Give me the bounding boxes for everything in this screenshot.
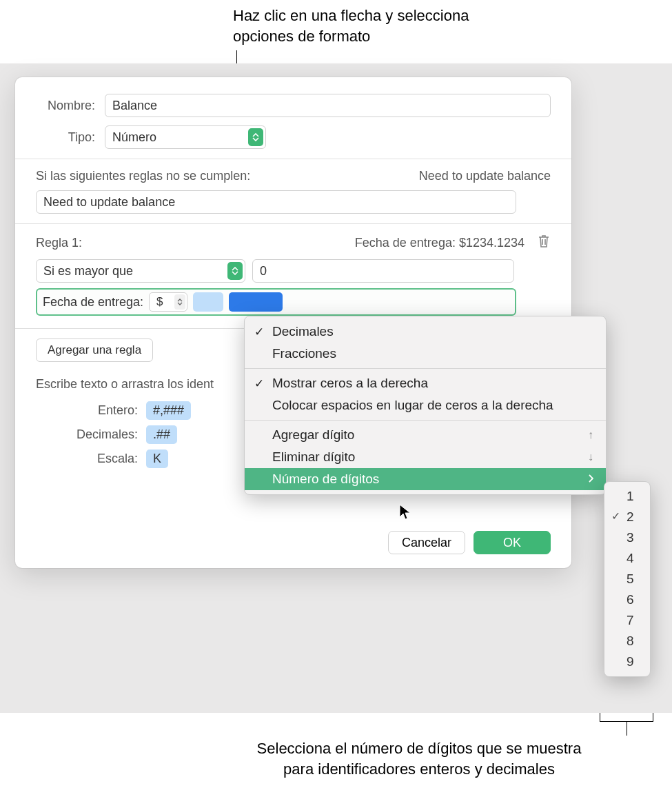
annotation-bottom: Selecciona el número de dígitos que se m… [198, 738, 640, 779]
annotation-top-line1: Haz clic en una flecha y selecciona [233, 6, 469, 26]
menu-item-agregar-digito[interactable]: Agregar dígito ↑ [245, 424, 606, 446]
format-options-menu: ✓ Decimales Fracciones ✓ Mostrar ceros a… [244, 316, 607, 495]
menu-label: Colocar espacios en lugar de ceros a la … [272, 398, 553, 413]
escala-label: Escala: [63, 452, 146, 466]
check-icon: ✓ [254, 376, 264, 391]
submenu-label: 6 [627, 592, 634, 607]
menu-label: Fracciones [272, 346, 336, 361]
submenu-label: 5 [627, 572, 634, 586]
chevron-right-icon [588, 473, 593, 485]
format-row[interactable]: Fecha de entrega: $ [36, 288, 516, 316]
name-input[interactable] [105, 94, 551, 117]
annotation-top: Haz clic en una flecha y selecciona opci… [233, 6, 469, 46]
select-arrows-icon [248, 128, 263, 146]
cursor-icon [398, 503, 412, 524]
menu-item-colocar-espacios[interactable]: Colocar espacios en lugar de ceros a la … [245, 394, 606, 416]
cancel-button[interactable]: Cancelar [388, 531, 465, 554]
menu-separator [245, 420, 606, 421]
entero-token[interactable]: #,### [146, 401, 191, 420]
submenu-label: 7 [627, 613, 634, 627]
decimales-token[interactable]: .## [146, 425, 177, 444]
type-label: Tipo: [36, 130, 105, 145]
submenu-label: 1 [627, 489, 634, 503]
submenu-label: 2 [627, 509, 634, 524]
decimal-token[interactable] [229, 292, 283, 312]
type-select[interactable]: Número [105, 125, 266, 149]
digits-submenu: 1✓23456789 [604, 481, 651, 677]
annotation-bottom-line2: para identificadores enteros y decimales [198, 759, 640, 780]
divider [15, 159, 571, 159]
rules-intro-label: Si las siguientes reglas no se cumplen: [36, 169, 250, 183]
rule1-preview: Fecha de entrega: $1234.1234 [355, 236, 525, 250]
menu-label: Número de dígitos [272, 472, 379, 487]
add-rule-button[interactable]: Agregar una regla [36, 339, 153, 362]
submenu-label: 3 [627, 530, 634, 545]
name-label: Nombre: [36, 99, 105, 113]
submenu-label: 4 [627, 551, 634, 565]
decimales-label: Decimales: [63, 427, 146, 442]
annotation-top-line2: opciones de formato [233, 26, 469, 47]
menu-item-eliminar-digito[interactable]: Eliminar dígito ↓ [245, 446, 606, 468]
check-icon: ✓ [611, 509, 620, 523]
currency-select[interactable]: $ [149, 292, 187, 312]
escala-token[interactable]: K [146, 449, 168, 468]
annotation-bottom-line1: Selecciona el número de dígitos que se m… [198, 738, 640, 759]
submenu-item-5[interactable]: 5 [604, 569, 650, 589]
submenu-item-3[interactable]: 3 [604, 527, 650, 548]
rules-preview: Need to update balance [419, 169, 551, 183]
trash-icon[interactable] [537, 234, 551, 252]
chevron-updown-icon [174, 294, 185, 310]
menu-label: Mostrar ceros a la derecha [272, 376, 428, 391]
submenu-item-4[interactable]: 4 [604, 548, 650, 569]
down-arrow-icon: ↓ [588, 451, 593, 463]
submenu-item-7[interactable]: 7 [604, 610, 650, 631]
integer-token[interactable] [193, 292, 223, 312]
submenu-item-8[interactable]: 8 [604, 631, 650, 651]
submenu-item-9[interactable]: 9 [604, 651, 650, 672]
select-arrows-icon [227, 262, 243, 280]
callout-bracket-bottom [600, 713, 653, 736]
condition-value: Si es mayor que [43, 264, 133, 279]
menu-separator [245, 368, 606, 369]
ok-button[interactable]: OK [474, 531, 551, 554]
check-icon: ✓ [254, 325, 264, 339]
rule1-label: Regla 1: [36, 236, 82, 250]
menu-label: Decimales [272, 324, 334, 339]
submenu-item-1[interactable]: 1 [604, 486, 650, 507]
condition-value-input[interactable] [252, 259, 514, 283]
menu-item-mostrar-ceros[interactable]: ✓ Mostrar ceros a la derecha [245, 372, 606, 394]
submenu-label: 9 [627, 654, 634, 669]
rules-message-input[interactable] [36, 190, 516, 214]
entero-label: Entero: [63, 403, 146, 418]
condition-select[interactable]: Si es mayor que [36, 259, 245, 283]
submenu-item-2[interactable]: ✓2 [604, 507, 650, 527]
type-select-value: Número [112, 130, 156, 145]
currency-value: $ [156, 295, 163, 309]
menu-label: Agregar dígito [272, 427, 354, 443]
menu-item-decimales[interactable]: ✓ Decimales [245, 321, 606, 343]
menu-item-fracciones[interactable]: Fracciones [245, 343, 606, 365]
format-prefix-text: Fecha de entrega: [43, 295, 143, 310]
divider [15, 223, 571, 224]
submenu-item-6[interactable]: 6 [604, 589, 650, 610]
menu-label: Eliminar dígito [272, 449, 355, 465]
menu-item-numero-digitos[interactable]: Número de dígitos [245, 468, 606, 490]
submenu-label: 8 [627, 634, 634, 648]
up-arrow-icon: ↑ [588, 429, 593, 441]
